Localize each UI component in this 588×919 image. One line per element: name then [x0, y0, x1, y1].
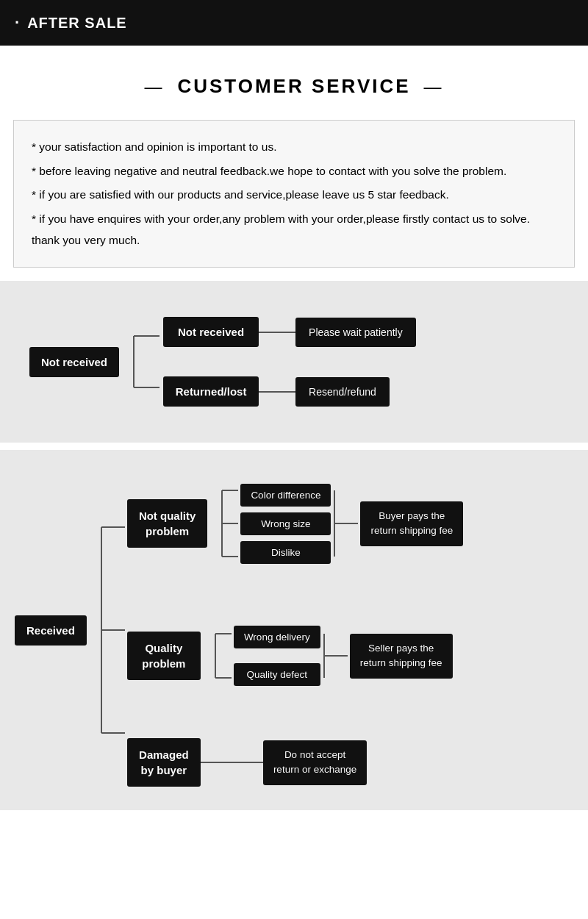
- rec-mid-1: Not qualityproblem: [127, 499, 208, 548]
- header-dot: ·: [15, 13, 20, 32]
- rec-branch-2: Qualityproblem Wrong delivery Quality de…: [127, 612, 463, 700]
- rec-mid-col: Not qualityproblem Color difference Wron…: [127, 472, 463, 788]
- rec-mid-2: Qualityproblem: [127, 632, 201, 680]
- rec-gap-1: [127, 575, 463, 612]
- nr-mid-1: Not received: [163, 317, 259, 347]
- info-line-1: * your satisfaction and opinion is impor…: [32, 137, 556, 158]
- sub-wrong-delivery: Wrong delivery: [234, 626, 320, 648]
- rec-result-1: Buyer pays thereturn shipping fee: [360, 501, 463, 546]
- rec-outer: Received Not qualityproblem: [15, 472, 581, 788]
- dash-left: —: [144, 76, 164, 97]
- header-bar: · AFTER SALE: [0, 0, 588, 46]
- received-diagram: Received Not qualityproblem: [0, 450, 588, 810]
- not-received-label: Not received: [29, 347, 119, 377]
- nr-result-2: Resend/refund: [295, 377, 390, 407]
- header-title: AFTER SALE: [27, 15, 127, 32]
- bottom-pad: [0, 810, 588, 840]
- nr-branch-2: Returned/lost Resend/refund: [163, 376, 416, 407]
- rec-subs-1: Color difference Wrong size Dislike: [240, 484, 331, 564]
- nr-branch-1: Not received Please wait patiently: [163, 317, 416, 347]
- nr-mid-2: Returned/lost: [163, 376, 259, 407]
- cs-title: CUSTOMER SERVICE: [177, 75, 410, 98]
- rec-branch-1: Not qualityproblem Color difference Wron…: [127, 472, 463, 575]
- rec-mid-3: Damagedby buyer: [127, 738, 201, 787]
- info-box: * your satisfaction and opinion is impor…: [13, 120, 575, 268]
- sub-quality-defect: Quality defect: [234, 663, 320, 686]
- received-label: Received: [15, 615, 87, 646]
- info-line-3: * if you are satisfied with our products…: [32, 185, 556, 206]
- rec-result-2: Seller pays thereturn shipping fee: [350, 634, 453, 679]
- rec-result-3: Do not acceptreturn or exchange: [263, 740, 367, 785]
- rec-sub-svg-1: [207, 472, 240, 575]
- cs-title-section: — CUSTOMER SERVICE —: [0, 46, 588, 120]
- rec-line-3: [201, 762, 263, 763]
- nr-line-2: [259, 391, 295, 393]
- info-line-4: * if you have enquires with your order,a…: [32, 209, 556, 251]
- sub-wrong-size: Wrong size: [240, 512, 331, 535]
- nr-branches: Not received Please wait patiently Retur…: [163, 317, 416, 407]
- nr-line-1: [259, 332, 295, 333]
- sub-color-diff: Color difference: [240, 484, 331, 507]
- nr-result-1: Please wait patiently: [295, 318, 416, 347]
- rec-subs-2: Wrong delivery Quality defect: [234, 626, 320, 686]
- not-received-diagram: Not received Not received Please wait pa…: [0, 281, 588, 443]
- info-line-2: * before leaving negative and neutral fe…: [32, 161, 556, 182]
- rec-result-svg-2: [320, 612, 350, 700]
- rec-branch-3: Damagedby buyer Do not acceptreturn or e…: [127, 737, 463, 788]
- nr-tree-svg: [119, 310, 163, 413]
- sub-dislike: Dislike: [240, 541, 331, 564]
- dash-right: —: [424, 76, 444, 97]
- rec-sub-svg-2: [201, 612, 234, 700]
- rec-main-tree-svg: [87, 490, 127, 770]
- rec-result-svg-1: [331, 472, 360, 575]
- rec-gap-2: [127, 700, 463, 737]
